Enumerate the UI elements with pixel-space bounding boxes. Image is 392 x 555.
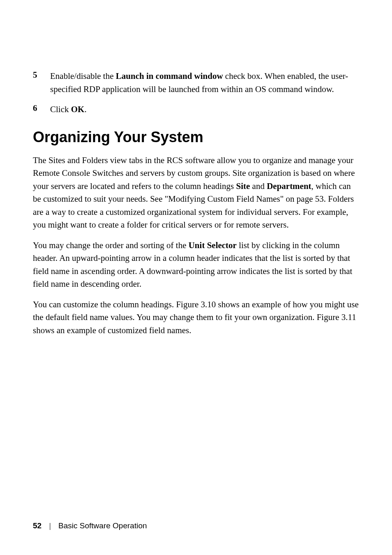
footer-divider: | <box>49 521 51 530</box>
step-6-text-before: Click <box>50 104 71 114</box>
step-5-text: Enable/disable the Launch in command win… <box>50 70 359 96</box>
step-6-number: 6 <box>33 103 50 116</box>
paragraph-3: You can customize the column headings. F… <box>33 298 359 337</box>
step-5: 5 Enable/disable the Launch in command w… <box>33 70 359 96</box>
step-6-text-after: . <box>84 104 86 114</box>
paragraph-2: You may change the order and sorting of … <box>33 239 359 291</box>
p1-part2: and <box>250 181 267 191</box>
page-number: 52 <box>33 521 42 530</box>
step-6-text: Click OK. <box>50 103 359 116</box>
step-5-number: 5 <box>33 70 50 96</box>
page-footer: 52 | Basic Software Operation <box>33 521 147 530</box>
p1-bold1: Site <box>236 181 250 191</box>
p2-part1: You may change the order and sorting of … <box>33 240 189 250</box>
footer-section: Basic Software Operation <box>58 521 147 530</box>
p1-bold2: Department <box>267 181 311 191</box>
step-5-text-before: Enable/disable the <box>50 71 116 81</box>
step-6-bold: OK <box>71 104 85 114</box>
step-6: 6 Click OK. <box>33 103 359 116</box>
p2-bold1: Unit Selector <box>189 240 237 250</box>
section-heading: Organizing Your System <box>33 129 359 146</box>
paragraph-1: The Sites and Folders view tabs in the R… <box>33 154 359 232</box>
step-5-bold: Launch in command window <box>116 71 223 81</box>
